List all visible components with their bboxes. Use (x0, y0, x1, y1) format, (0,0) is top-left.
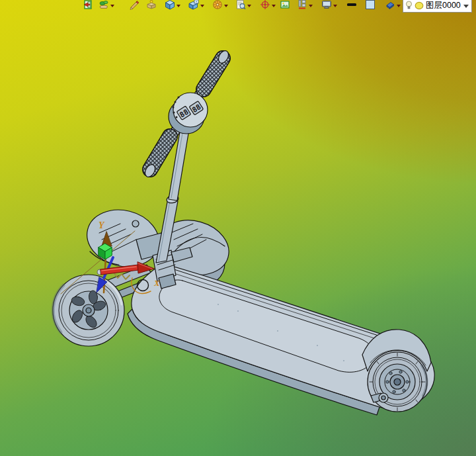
monitor-icon (321, 0, 332, 10)
dropdown-caret[interactable] (272, 5, 276, 7)
dropdown-caret[interactable] (333, 5, 337, 7)
picture-icon (280, 0, 290, 10)
toolbar-button-preview-doc[interactable] (235, 0, 251, 11)
y-axis-label: Y (99, 220, 105, 230)
yellow-circle-icon (415, 1, 424, 10)
dropdown-caret[interactable] (177, 5, 180, 7)
front-left-wheel (53, 275, 124, 346)
floating-toolbar: 图层0000 (82, 0, 472, 12)
toolbar-button-view-window[interactable] (188, 0, 204, 11)
scooter-model[interactable]: 88 88 Y (0, 0, 476, 456)
red-target-icon (260, 0, 270, 10)
toolbar-button-line-width[interactable] (346, 0, 357, 11)
cad-3d-viewport[interactable]: 88 88 Y (0, 0, 476, 456)
toolbar-button-eraser[interactable] (385, 0, 401, 11)
dropdown-caret[interactable] (200, 5, 204, 7)
blue-cube-icon (165, 0, 175, 10)
toolbar-button-color-swatch[interactable] (365, 0, 376, 11)
rear-wheel (368, 352, 427, 412)
layer-combo-label: 图层0000 (426, 0, 461, 11)
toolbar-button-text-style[interactable] (297, 0, 313, 11)
toolbar-button-target-point[interactable] (260, 0, 276, 11)
toolbar-button-render-material[interactable] (99, 0, 114, 11)
door-red-arrow-icon (82, 0, 93, 10)
toolbar-button-sketch-pencil[interactable] (129, 0, 139, 11)
box-pin-icon (146, 0, 157, 10)
blue-swatch-icon (365, 0, 376, 10)
layer-combo-caret[interactable] (463, 5, 469, 8)
document-zoom-icon (235, 0, 246, 10)
thick-line-icon (346, 0, 357, 10)
pencil-icon (129, 0, 139, 10)
toolbar-button-wheel-feature[interactable] (212, 0, 228, 11)
blue-eraser-icon (385, 0, 395, 10)
dropdown-caret[interactable] (397, 5, 401, 7)
speed-gauge: 88 88 (169, 93, 208, 134)
toolbar-button-box-feature[interactable] (146, 0, 157, 11)
dropdown-caret[interactable] (247, 5, 251, 7)
text-underline-icon (297, 0, 307, 10)
toolbar-button-solid-display[interactable] (165, 0, 180, 11)
toolbar-button-exit-edit[interactable] (82, 0, 93, 11)
hand-leaf-icon (99, 0, 109, 10)
left-grip (143, 136, 170, 179)
layer-combo[interactable]: 图层0000 (403, 0, 472, 13)
segmented-wheel-icon (212, 0, 223, 10)
dropdown-caret[interactable] (309, 5, 313, 7)
bulb-icon (405, 1, 413, 11)
x-axis-label: X (153, 278, 160, 288)
toolbar-button-display-mode[interactable] (321, 0, 337, 11)
cube-window-icon (188, 0, 199, 10)
dropdown-caret[interactable] (110, 5, 114, 7)
dropdown-caret[interactable] (224, 5, 228, 7)
toolbar-button-insert-image[interactable] (280, 0, 290, 11)
right-grip (204, 49, 231, 89)
